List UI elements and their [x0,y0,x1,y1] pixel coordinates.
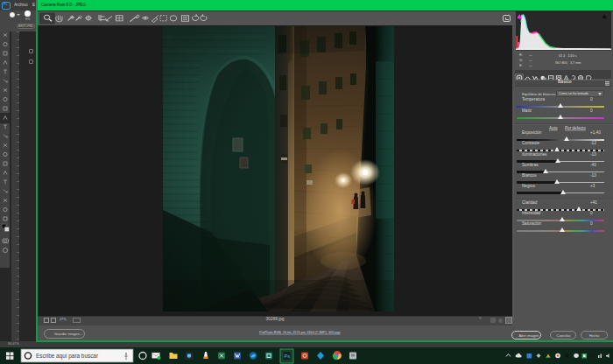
svg-text:Ps: Ps [285,354,291,359]
svg-text:Escribe aquí para buscar: Escribe aquí para buscar [36,353,99,360]
